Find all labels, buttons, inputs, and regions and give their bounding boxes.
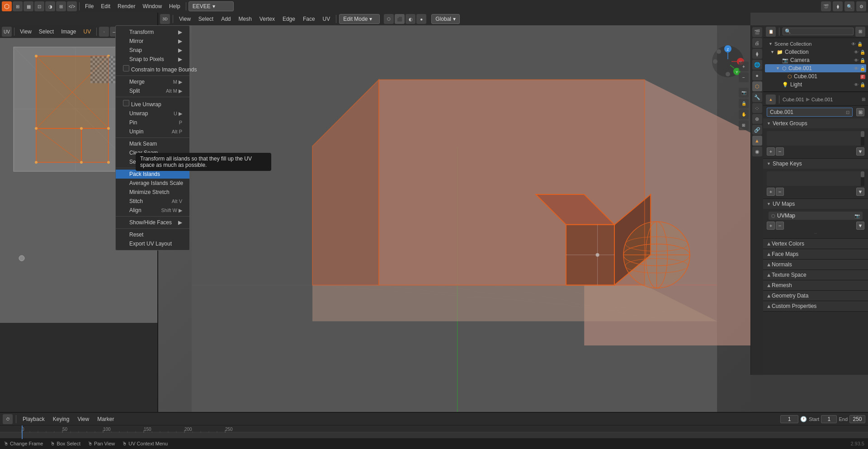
texture-space-header[interactable]: ▶ Texture Space xyxy=(763,270,868,280)
menu-item-mark-seam[interactable]: Mark Seam xyxy=(116,139,189,148)
tree-item-cube001-inner[interactable]: ⬡ Cube.001 F xyxy=(765,72,866,80)
menu-item-pin[interactable]: Pin P xyxy=(116,118,189,127)
wireframe-shading[interactable]: ⬡ xyxy=(384,14,394,24)
constrain-checkbox[interactable] xyxy=(123,65,129,71)
menu-item-align[interactable]: Align Shift W ▶ xyxy=(116,206,189,215)
sk-add-btn[interactable]: + xyxy=(767,188,775,196)
scripting-icon[interactable]: </> xyxy=(67,1,77,11)
tree-item-collection[interactable]: ▼ 📁 Collection 👁 🔒 xyxy=(765,48,866,56)
vp-menu-vertex[interactable]: Vertex xyxy=(256,15,278,23)
timeline-keying[interactable]: Keying xyxy=(50,415,73,423)
solid-shading[interactable]: ⬛ xyxy=(395,14,405,24)
uv-add-btn[interactable]: + xyxy=(767,222,775,230)
scene-props-icon[interactable]: 🌐 xyxy=(752,60,762,70)
live-unwrap-checkbox[interactable] xyxy=(123,100,129,106)
menu-item-constrain[interactable]: Constrain to Image Bounds xyxy=(116,64,189,74)
zoom-in-icon[interactable]: + xyxy=(739,61,749,71)
data-props-icon[interactable]: ▲ xyxy=(752,136,762,146)
geometry-data-header[interactable]: ▶ Geometry Data xyxy=(763,291,868,301)
data-browse-btn[interactable]: ⊞ xyxy=(856,108,864,116)
menu-edit[interactable]: Edit xyxy=(98,2,113,10)
menu-window[interactable]: Window xyxy=(139,2,165,10)
menu-item-reset[interactable]: Reset xyxy=(116,230,189,239)
viewport-3d-scene[interactable]: Z X Y + xyxy=(158,25,750,412)
menu-item-seams-islands[interactable]: Seams from Islands xyxy=(116,157,189,166)
uv-icon[interactable]: ⊡ xyxy=(34,1,44,11)
vp-menu-view[interactable]: View xyxy=(176,15,194,23)
render-shading[interactable]: ● xyxy=(416,14,426,24)
tree-item-cube001[interactable]: ▼ ⬡ Cube.001 👁 🔒 xyxy=(765,64,866,72)
vertex-colors-header[interactable]: ▶ Vertex Colors xyxy=(763,239,868,249)
menu-item-export-uv[interactable]: Export UV Layout xyxy=(116,239,189,248)
edit-mode-selector[interactable]: Edit Mode ▾ xyxy=(339,14,380,24)
vg-add-btn[interactable]: + xyxy=(767,147,775,156)
view-layer-props-icon[interactable]: ⧫ xyxy=(752,49,762,59)
remesh-header[interactable]: ▶ Remesh xyxy=(763,280,868,290)
vg-remove-btn[interactable]: − xyxy=(776,147,784,156)
uv-menu-uv[interactable]: UV xyxy=(80,28,94,36)
menu-render[interactable]: Render xyxy=(114,2,138,10)
vp-menu-select[interactable]: Select xyxy=(195,15,217,23)
sk-remove-btn[interactable]: − xyxy=(776,188,784,196)
uv-menu-view[interactable]: View xyxy=(17,28,35,36)
vg-scrollbar[interactable] xyxy=(861,131,864,146)
app-icon[interactable]: ⬡ xyxy=(2,1,12,11)
timeline-view[interactable]: View xyxy=(74,415,92,423)
compositing-icon[interactable]: ⊞ xyxy=(56,1,66,11)
frame-end-input[interactable]: 250 xyxy=(849,415,865,423)
settings-icon[interactable]: ⚙ xyxy=(856,1,866,11)
viewport-3d[interactable]: 3D View Select Add Mesh Vertex Edge Face… xyxy=(158,13,750,412)
normals-header[interactable]: ▶ Normals xyxy=(763,260,868,269)
vp-menu-face[interactable]: Face xyxy=(300,15,318,23)
tree-item-light[interactable]: 💡 Light 👁 🔒 xyxy=(765,80,866,89)
world-props-icon[interactable]: ● xyxy=(752,71,762,80)
props-icon[interactable]: ▲ xyxy=(766,95,776,104)
camera-view-icon[interactable]: 📷 xyxy=(739,88,749,98)
uv-maps-header[interactable]: ▼ UV Maps xyxy=(763,199,868,209)
frame-current-input[interactable]: 1 xyxy=(780,415,798,423)
output-props-icon[interactable]: 🖨 xyxy=(752,38,762,48)
vp-menu-uv[interactable]: UV xyxy=(320,15,334,23)
menu-item-transform[interactable]: Transform ▶ xyxy=(116,28,189,37)
zoom-out-icon[interactable]: − xyxy=(739,72,749,82)
uv-arrow-btn[interactable]: ▼ xyxy=(856,222,864,230)
menu-item-unpin[interactable]: Unpin Alt P xyxy=(116,127,189,136)
menu-item-minimize-stretch[interactable]: Minimize Stretch xyxy=(116,188,189,197)
transform-orientation[interactable]: Global ▾ xyxy=(431,14,460,24)
object-props-icon[interactable]: ⬡ xyxy=(752,81,762,91)
viewport-type-icon[interactable]: 3D xyxy=(160,14,170,24)
face-maps-header[interactable]: ▶ Face Maps xyxy=(763,249,868,259)
custom-properties-header[interactable]: ▶ Custom Properties xyxy=(763,301,868,311)
uv-vertex-mode[interactable]: · xyxy=(99,27,109,37)
menu-item-show-hide[interactable]: Show/Hide Faces ▶ xyxy=(116,218,189,227)
timeline-marker[interactable]: Marker xyxy=(94,415,117,423)
menu-file[interactable]: File xyxy=(82,2,97,10)
menu-item-split[interactable]: Split Alt M ▶ xyxy=(116,86,189,95)
vertex-groups-header[interactable]: ▼ Vertex Groups xyxy=(763,118,868,128)
menu-item-pack-islands[interactable]: Pack Islands xyxy=(116,170,189,179)
hand-icon[interactable]: ✋ xyxy=(739,109,749,119)
scene-icon[interactable]: 🎬 xyxy=(821,1,831,11)
uv-menu-select[interactable]: Select xyxy=(36,28,57,36)
lock-icon[interactable]: 🔒 xyxy=(739,99,749,109)
menu-item-snap[interactable]: Snap ▶ xyxy=(116,46,189,55)
uv-editor-icon[interactable]: UV xyxy=(2,27,12,37)
render-icon[interactable]: ◑ xyxy=(45,1,55,11)
vp-menu-mesh[interactable]: Mesh xyxy=(236,15,255,23)
data-name-field[interactable]: Cube.001 ⊡ xyxy=(767,108,853,117)
layout-icon[interactable]: ▦ xyxy=(24,1,33,11)
render-engine-selector[interactable]: EEVEE ▾ xyxy=(189,1,234,11)
outliner-search[interactable]: 🔍 xyxy=(783,28,854,35)
sk-arrow-btn[interactable]: ▼ xyxy=(856,188,864,196)
material-shading[interactable]: ◐ xyxy=(406,14,415,24)
vp-menu-edge[interactable]: Edge xyxy=(279,15,298,23)
timeline-icon[interactable]: ⏱ xyxy=(3,414,13,424)
tree-item-camera[interactable]: 📷 Camera 👁 🔒 xyxy=(765,56,866,64)
uv-remove-btn[interactable]: − xyxy=(776,222,784,230)
timeline-body[interactable]: 0 50 100 150 200 250 xyxy=(0,425,868,439)
outliner-icon[interactable]: 📋 xyxy=(766,27,776,37)
outliner-filter[interactable]: ⊞ xyxy=(855,27,865,37)
grid-icon[interactable]: ⊞ xyxy=(739,120,749,130)
sk-scrollbar[interactable] xyxy=(861,171,864,186)
menu-item-live-unwrap[interactable]: Live Unwrap xyxy=(116,99,189,109)
